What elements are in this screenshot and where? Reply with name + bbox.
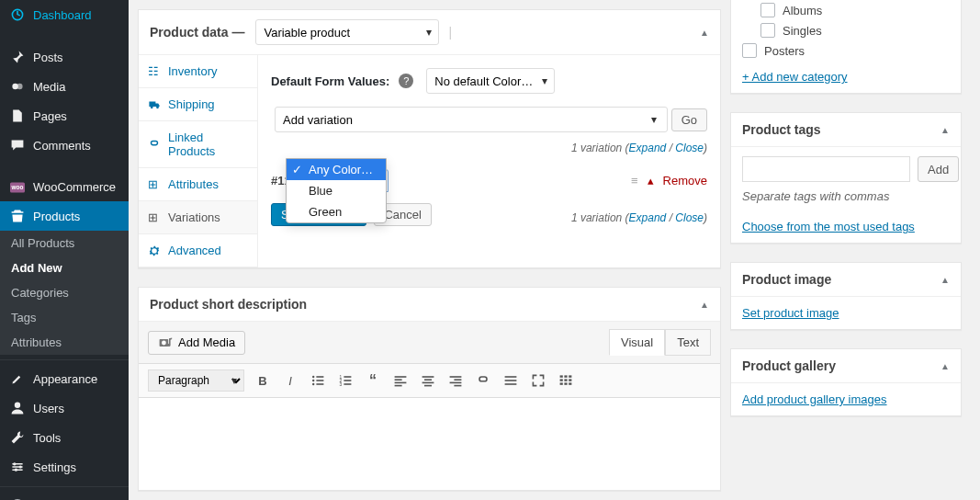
tags-input[interactable] xyxy=(742,156,910,182)
expand-link[interactable]: Expand xyxy=(629,211,667,224)
products-icon xyxy=(9,209,26,223)
ul-icon[interactable] xyxy=(309,371,327,390)
sidebar-item-comments[interactable]: Comments xyxy=(0,131,129,160)
sidebar-item-users[interactable]: Users xyxy=(0,393,129,423)
align-right-icon[interactable] xyxy=(446,371,465,390)
submenu-tags[interactable]: Tags xyxy=(0,305,129,330)
svg-rect-39 xyxy=(505,383,517,385)
submenu-categories[interactable]: Categories xyxy=(0,280,129,305)
sidebar-item-posts[interactable]: Posts xyxy=(0,42,129,72)
help-icon[interactable]: ? xyxy=(399,74,413,88)
category-albums-row[interactable]: Albums xyxy=(742,0,950,20)
sidebar-item-products[interactable]: Products xyxy=(0,201,129,231)
dropdown-option-any-color[interactable]: Any Color… xyxy=(287,159,386,180)
tab-inventory[interactable]: ☷Inventory xyxy=(139,55,257,88)
sidebar-submenu-products: All Products Add New Categories Tags Att… xyxy=(0,231,129,355)
go-button[interactable]: Go xyxy=(671,108,707,131)
add-variation-select[interactable]: Add variation xyxy=(275,107,668,132)
panel-toggle-icon[interactable]: ▲ xyxy=(941,125,950,135)
product-data-head: Product data — Variable product | ▲ xyxy=(139,10,720,55)
collapse-menu[interactable]: Collapse menu xyxy=(0,491,129,500)
sidebar-item-media[interactable]: Media xyxy=(0,72,129,101)
sidebar-label: Settings xyxy=(33,460,76,474)
svg-rect-48 xyxy=(569,382,571,384)
kitchen-sink-icon[interactable] xyxy=(557,371,575,390)
add-gallery-images-link[interactable]: Add product gallery images xyxy=(742,392,887,406)
product-data-tabs: ☷Inventory Shipping Linked Products ⊞Att… xyxy=(139,55,258,267)
close-link[interactable]: Close xyxy=(675,211,704,224)
svg-rect-34 xyxy=(454,379,461,381)
panel-toggle-icon[interactable]: ▲ xyxy=(941,275,950,285)
dropdown-option-green[interactable]: Green xyxy=(287,201,386,222)
tab-variations[interactable]: ⊞Variations xyxy=(139,201,257,234)
product-gallery-panel: Product gallery▲ Add product gallery ima… xyxy=(730,348,962,416)
choose-tags-link[interactable]: Choose from the most used tags xyxy=(742,220,915,233)
svg-point-13 xyxy=(312,376,314,378)
sidebar-item-settings[interactable]: Settings xyxy=(0,452,129,482)
sidebar-item-appearance[interactable]: Appearance xyxy=(0,364,129,393)
expand-link[interactable]: Expand xyxy=(629,142,667,154)
paragraph-select[interactable]: Paragraph xyxy=(148,369,244,392)
close-link[interactable]: Close xyxy=(675,142,704,154)
bold-icon[interactable]: B xyxy=(253,371,272,390)
product-tags-panel: Product tags▲ Add Separate tags with com… xyxy=(730,112,962,244)
drag-handle-icon[interactable]: ≡ xyxy=(631,174,638,188)
checkbox[interactable] xyxy=(760,23,775,38)
wrench-icon xyxy=(9,430,26,445)
brush-icon xyxy=(9,371,26,386)
add-tag-button[interactable]: Add xyxy=(918,156,959,182)
tab-attributes[interactable]: ⊞Attributes xyxy=(139,168,257,201)
sidebar-label: Products xyxy=(33,210,80,223)
panel-toggle-icon[interactable]: ▲ xyxy=(700,300,709,310)
svg-rect-25 xyxy=(395,376,407,378)
more-icon[interactable] xyxy=(501,371,520,390)
add-media-button[interactable]: Add Media xyxy=(148,331,245,355)
svg-point-10 xyxy=(156,106,159,108)
panel-toggle-icon[interactable]: ▲ xyxy=(700,28,709,38)
tab-linked-products[interactable]: Linked Products xyxy=(139,121,257,168)
checkbox[interactable] xyxy=(760,3,775,17)
submenu-add-new[interactable]: Add New xyxy=(0,256,129,280)
svg-point-17 xyxy=(312,383,314,385)
remove-variation-link[interactable]: Remove xyxy=(663,174,707,188)
categories-panel: Albums Singles Posters + Add new categor… xyxy=(730,0,962,94)
fullscreen-icon[interactable] xyxy=(529,371,547,390)
italic-icon[interactable]: I xyxy=(281,371,299,390)
dropdown-option-blue[interactable]: Blue xyxy=(287,180,386,201)
default-color-select[interactable]: No default Color… xyxy=(426,68,555,94)
category-singles-row[interactable]: Singles xyxy=(742,20,950,40)
tab-advanced[interactable]: Advanced xyxy=(139,234,257,267)
svg-text:woo: woo xyxy=(11,184,24,190)
set-product-image-link[interactable]: Set product image xyxy=(742,306,839,320)
link-icon[interactable] xyxy=(474,371,492,390)
right-column: Albums Singles Posters + Add new categor… xyxy=(730,0,971,500)
submenu-all-products[interactable]: All Products xyxy=(0,231,129,256)
tab-shipping[interactable]: Shipping xyxy=(139,88,257,121)
sidebar-item-tools[interactable]: Tools xyxy=(0,423,129,452)
sidebar-item-woocommerce[interactable]: woo WooCommerce xyxy=(0,173,129,201)
align-left-icon[interactable] xyxy=(391,371,410,390)
visual-tab[interactable]: Visual xyxy=(609,329,665,356)
submenu-attributes[interactable]: Attributes xyxy=(0,330,129,355)
ol-icon[interactable]: 123 xyxy=(336,371,355,390)
panel-toggle-icon[interactable]: ▲ xyxy=(941,361,950,371)
svg-rect-26 xyxy=(395,379,402,381)
grid-icon: ⊞ xyxy=(148,177,161,191)
sidebar-label: Media xyxy=(33,80,65,94)
quote-icon[interactable]: “ xyxy=(364,371,382,390)
align-center-icon[interactable] xyxy=(419,371,437,390)
add-new-category-link[interactable]: + Add new category xyxy=(742,70,848,84)
svg-rect-42 xyxy=(569,375,571,377)
sidebar-item-dashboard[interactable]: Dashboard xyxy=(0,0,129,29)
checkbox[interactable] xyxy=(742,43,757,58)
category-posters-row[interactable]: Posters xyxy=(742,40,950,61)
product-type-select[interactable]: Variable product xyxy=(255,19,439,45)
svg-point-15 xyxy=(312,380,314,381)
text-tab[interactable]: Text xyxy=(665,329,711,356)
svg-text:3: 3 xyxy=(340,382,343,387)
product-image-panel: Product image▲ Set product image xyxy=(730,262,962,330)
svg-rect-44 xyxy=(564,379,567,381)
collapse-variation-icon[interactable]: ▴ xyxy=(648,174,654,188)
sidebar-item-pages[interactable]: Pages xyxy=(0,101,129,131)
editor-textarea[interactable] xyxy=(139,398,720,490)
